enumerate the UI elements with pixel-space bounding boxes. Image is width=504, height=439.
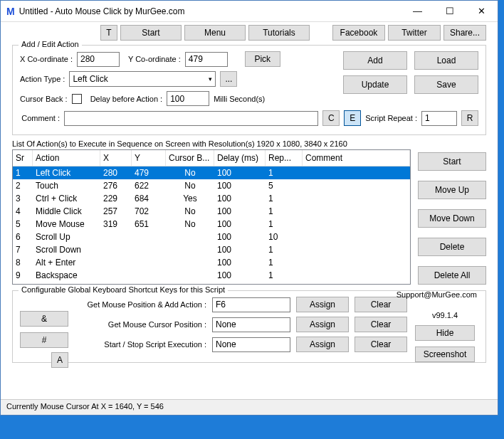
close-button[interactable]: ✕ bbox=[466, 1, 498, 21]
cell-comment bbox=[303, 192, 410, 205]
pick-button[interactable]: Pick bbox=[245, 51, 280, 67]
delay-input[interactable] bbox=[167, 91, 209, 106]
minimize-button[interactable]: ― bbox=[401, 1, 434, 21]
table-header: Sr Action X Y Cursor B... Delay (ms) Rep… bbox=[13, 150, 410, 166]
x-input[interactable] bbox=[77, 52, 120, 67]
r-button[interactable]: R bbox=[461, 110, 478, 126]
cell-cursor bbox=[166, 243, 214, 256]
start-stop-label: Start / Stop Script Execution : bbox=[47, 340, 206, 349]
cell-rep: 1 bbox=[266, 166, 303, 179]
table-row[interactable]: 4Middle Click257702No1001 bbox=[13, 205, 410, 218]
cursor-pos-input[interactable] bbox=[212, 317, 290, 332]
twitter-button[interactable]: Twitter bbox=[388, 25, 441, 41]
hide-button[interactable]: Hide bbox=[415, 325, 475, 341]
assign-1-button[interactable]: Assign bbox=[296, 297, 349, 312]
th-comment[interactable]: Comment bbox=[303, 150, 410, 166]
screenshot-button[interactable]: Screenshot bbox=[415, 347, 475, 362]
cell-sr: 2 bbox=[13, 179, 33, 192]
start-script-button[interactable]: Start bbox=[418, 152, 486, 171]
cursor-back-checkbox[interactable] bbox=[72, 94, 82, 104]
titlebar: M Untitled - Auto Mouse Click by MurGee.… bbox=[1, 1, 498, 22]
start-top-button[interactable]: Start bbox=[120, 25, 182, 41]
pos-add-label: Get Mouse Position & Add Action : bbox=[47, 300, 206, 309]
cell-rep: 1 bbox=[266, 218, 303, 231]
table-row[interactable]: 7Scroll Down1001 bbox=[13, 243, 410, 256]
facebook-button[interactable]: Facebook bbox=[332, 25, 385, 41]
start-stop-input[interactable] bbox=[212, 337, 290, 352]
t-button[interactable]: T bbox=[100, 25, 117, 41]
tutorials-button[interactable]: Tutorials bbox=[248, 25, 310, 41]
cell-cursor: No bbox=[166, 205, 214, 218]
x-label: X Co-ordinate : bbox=[20, 55, 73, 63]
cell-rep: 1 bbox=[266, 192, 303, 205]
cell-delay: 100 bbox=[214, 192, 266, 205]
th-delay[interactable]: Delay (ms) bbox=[214, 150, 266, 166]
action-table[interactable]: Sr Action X Y Cursor B... Delay (ms) Rep… bbox=[12, 149, 411, 285]
a-button[interactable]: A bbox=[51, 352, 68, 368]
table-row[interactable]: 5Move Mouse319651No1001 bbox=[13, 218, 410, 231]
cell-x bbox=[100, 269, 132, 282]
th-cursor[interactable]: Cursor B... bbox=[166, 150, 214, 166]
table-row[interactable]: 3Ctrl + Click229684Yes1001 bbox=[13, 192, 410, 205]
th-rep[interactable]: Rep... bbox=[266, 150, 303, 166]
table-row[interactable]: 9Backspace1001 bbox=[13, 269, 410, 282]
cell-cursor bbox=[166, 256, 214, 269]
table-row[interactable]: 6Scroll Up10010 bbox=[13, 231, 410, 243]
action-type-select[interactable]: Left Click ▾ bbox=[69, 71, 216, 87]
c-button[interactable]: C bbox=[322, 110, 340, 126]
repeat-input[interactable] bbox=[421, 111, 457, 126]
cell-sr: 9 bbox=[13, 269, 33, 282]
cell-x: 280 bbox=[100, 166, 132, 179]
save-button[interactable]: Save bbox=[414, 75, 478, 94]
add-button[interactable]: Add bbox=[343, 51, 407, 70]
cell-action: Touch bbox=[33, 179, 100, 192]
e-button[interactable]: E bbox=[344, 110, 361, 126]
th-y[interactable]: Y bbox=[132, 150, 166, 166]
clear-2-button[interactable]: Clear bbox=[355, 317, 407, 332]
hash-button[interactable]: # bbox=[20, 332, 68, 348]
load-button[interactable]: Load bbox=[414, 51, 478, 70]
cell-delay: 100 bbox=[214, 231, 266, 243]
delete-button[interactable]: Delete bbox=[418, 238, 486, 256]
move-down-button[interactable]: Move Down bbox=[418, 209, 486, 228]
move-up-button[interactable]: Move Up bbox=[418, 181, 486, 199]
update-button[interactable]: Update bbox=[343, 75, 407, 94]
window-title: Untitled - Auto Mouse Click by MurGee.co… bbox=[19, 6, 401, 16]
table-row[interactable]: 8Alt + Enter1001 bbox=[13, 256, 410, 269]
status-bar: Currently Mouse Cursor At X = 1640, Y = … bbox=[1, 399, 498, 415]
cell-rep: 10 bbox=[266, 231, 303, 243]
comment-input[interactable] bbox=[64, 111, 318, 126]
cell-action: Alt + Enter bbox=[33, 256, 100, 269]
y-label: Y Co-ordinate : bbox=[128, 55, 181, 63]
assign-2-button[interactable]: Assign bbox=[296, 317, 349, 332]
cell-delay: 100 bbox=[214, 269, 266, 282]
cell-delay: 100 bbox=[214, 205, 266, 218]
th-sr[interactable]: Sr bbox=[13, 150, 33, 166]
cell-delay: 100 bbox=[214, 179, 266, 192]
cell-x: 276 bbox=[100, 179, 132, 192]
y-input[interactable] bbox=[185, 52, 228, 67]
table-row[interactable]: 1Left Click280479No1001 bbox=[13, 166, 410, 179]
cell-comment bbox=[303, 243, 410, 256]
cell-action: Ctrl + Click bbox=[33, 192, 100, 205]
cell-sr: 3 bbox=[13, 192, 33, 205]
ellipsis-button[interactable]: ... bbox=[220, 71, 237, 87]
pos-add-input[interactable] bbox=[212, 297, 290, 312]
cell-delay: 100 bbox=[214, 166, 266, 179]
table-row[interactable]: 2Touch276622No1005 bbox=[13, 179, 410, 192]
share-button[interactable]: Share... bbox=[443, 25, 486, 41]
support-link[interactable]: Support@MurGee.com bbox=[397, 290, 477, 299]
cell-rep: 1 bbox=[266, 269, 303, 282]
delete-all-button[interactable]: Delete All bbox=[418, 266, 486, 285]
th-x[interactable]: X bbox=[100, 150, 132, 166]
clear-1-button[interactable]: Clear bbox=[355, 297, 407, 312]
clear-3-button[interactable]: Clear bbox=[355, 337, 407, 352]
th-action[interactable]: Action bbox=[33, 150, 100, 166]
cell-cursor bbox=[166, 269, 214, 282]
assign-3-button[interactable]: Assign bbox=[296, 337, 349, 352]
cell-action: Middle Click bbox=[33, 205, 100, 218]
maximize-button[interactable]: ☐ bbox=[434, 1, 466, 21]
ampersand-button[interactable]: & bbox=[20, 311, 68, 327]
menu-button[interactable]: Menu bbox=[184, 25, 246, 41]
cell-sr: 1 bbox=[13, 166, 33, 179]
